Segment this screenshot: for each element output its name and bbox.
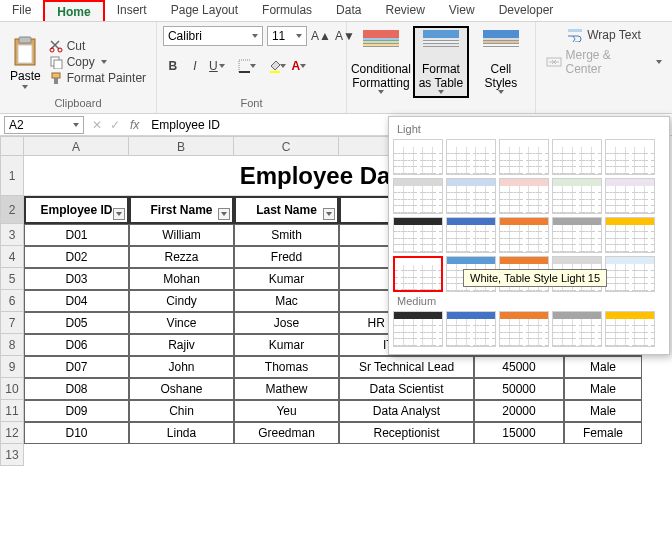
data-cell[interactable]: D07 (24, 356, 129, 378)
bold-button[interactable]: B (163, 56, 183, 76)
select-all-corner[interactable] (0, 136, 24, 156)
table-style-thumb[interactable] (552, 217, 602, 253)
table-style-thumb[interactable] (605, 178, 655, 214)
paste-button[interactable]: Paste (6, 33, 45, 91)
data-cell[interactable]: Cindy (129, 290, 234, 312)
data-cell[interactable]: Linda (129, 422, 234, 444)
tab-review[interactable]: Review (373, 0, 436, 21)
data-cell[interactable]: William (129, 224, 234, 246)
row-header-6[interactable]: 6 (0, 290, 24, 312)
data-cell[interactable]: Sr Technical Lead (339, 356, 474, 378)
table-style-thumb[interactable] (393, 217, 443, 253)
table-style-thumb[interactable] (499, 217, 549, 253)
table-style-thumb[interactable] (446, 178, 496, 214)
data-cell[interactable]: Male (564, 356, 642, 378)
data-cell[interactable]: Rajiv (129, 334, 234, 356)
header-cell[interactable]: Employee ID (24, 196, 129, 224)
data-cell[interactable]: Male (564, 400, 642, 422)
row-header-13[interactable]: 13 (0, 444, 24, 466)
data-cell[interactable]: Chin (129, 400, 234, 422)
data-cell[interactable]: Yeu (234, 400, 339, 422)
data-cell[interactable]: Greedman (234, 422, 339, 444)
tab-file[interactable]: File (0, 0, 43, 21)
table-style-thumb[interactable] (552, 139, 602, 175)
data-cell[interactable]: D06 (24, 334, 129, 356)
data-cell[interactable]: Mohan (129, 268, 234, 290)
data-cell[interactable]: Oshane (129, 378, 234, 400)
row-header-7[interactable]: 7 (0, 312, 24, 334)
data-cell[interactable]: D08 (24, 378, 129, 400)
merge-center-button[interactable]: Merge & Center (542, 46, 666, 78)
table-style-thumb[interactable] (552, 178, 602, 214)
data-cell[interactable]: Smith (234, 224, 339, 246)
column-header-C[interactable]: C (234, 136, 339, 156)
underline-button[interactable]: U (207, 56, 227, 76)
row-header-4[interactable]: 4 (0, 246, 24, 268)
row-header-1[interactable]: 1 (0, 156, 24, 196)
data-cell[interactable]: Kumar (234, 334, 339, 356)
data-cell[interactable]: 50000 (474, 378, 564, 400)
table-style-thumb[interactable] (552, 311, 602, 347)
table-style-thumb[interactable] (446, 311, 496, 347)
font-size-select[interactable]: 11 (267, 26, 307, 46)
data-cell[interactable]: D01 (24, 224, 129, 246)
data-cell[interactable]: Male (564, 378, 642, 400)
tab-home[interactable]: Home (43, 0, 104, 21)
border-button[interactable] (237, 56, 257, 76)
cut-button[interactable]: Cut (49, 39, 146, 53)
data-cell[interactable]: D05 (24, 312, 129, 334)
header-cell[interactable]: First Name (129, 196, 234, 224)
data-cell[interactable]: D03 (24, 268, 129, 290)
format-as-table-button[interactable]: Format as Table (413, 26, 469, 98)
table-style-thumb[interactable] (605, 311, 655, 347)
filter-dropdown-icon[interactable] (323, 208, 335, 220)
tab-insert[interactable]: Insert (105, 0, 159, 21)
data-cell[interactable]: Receptionist (339, 422, 474, 444)
filter-dropdown-icon[interactable] (218, 208, 230, 220)
copy-button[interactable]: Copy (49, 55, 146, 69)
column-header-A[interactable]: A (24, 136, 129, 156)
data-cell[interactable]: Kumar (234, 268, 339, 290)
table-style-thumb[interactable] (446, 139, 496, 175)
table-style-thumb[interactable] (393, 311, 443, 347)
table-style-thumb[interactable] (393, 178, 443, 214)
cancel-icon[interactable]: ✕ (92, 118, 102, 132)
table-style-thumb[interactable] (499, 139, 549, 175)
row-header-5[interactable]: 5 (0, 268, 24, 290)
data-cell[interactable]: D04 (24, 290, 129, 312)
increase-font-button[interactable]: A▲ (311, 26, 331, 46)
fill-color-button[interactable] (267, 56, 287, 76)
tab-data[interactable]: Data (324, 0, 373, 21)
row-header-9[interactable]: 9 (0, 356, 24, 378)
data-cell[interactable]: Data Analyst (339, 400, 474, 422)
data-cell[interactable]: 45000 (474, 356, 564, 378)
name-box[interactable]: A2 (4, 116, 84, 134)
data-cell[interactable]: Jose (234, 312, 339, 334)
row-header-2[interactable]: 2 (0, 196, 24, 224)
table-style-thumb[interactable] (499, 178, 549, 214)
italic-button[interactable]: I (185, 56, 205, 76)
row-header-11[interactable]: 11 (0, 400, 24, 422)
tab-view[interactable]: View (437, 0, 487, 21)
data-cell[interactable]: Mathew (234, 378, 339, 400)
data-cell[interactable]: D10 (24, 422, 129, 444)
wrap-text-button[interactable]: Wrap Text (563, 26, 645, 44)
data-cell[interactable]: D09 (24, 400, 129, 422)
data-cell[interactable]: Data Scientist (339, 378, 474, 400)
data-cell[interactable]: Mac (234, 290, 339, 312)
header-cell[interactable]: Last Name (234, 196, 339, 224)
table-style-thumb[interactable] (393, 139, 443, 175)
tab-developer[interactable]: Developer (487, 0, 566, 21)
enter-icon[interactable]: ✓ (110, 118, 120, 132)
column-header-B[interactable]: B (129, 136, 234, 156)
conditional-formatting-button[interactable]: Conditional Formatting (353, 28, 409, 96)
table-style-thumb[interactable] (499, 311, 549, 347)
data-cell[interactable]: 15000 (474, 422, 564, 444)
table-style-thumb[interactable] (446, 217, 496, 253)
tab-page-layout[interactable]: Page Layout (159, 0, 250, 21)
tab-formulas[interactable]: Formulas (250, 0, 324, 21)
table-style-thumb[interactable] (605, 256, 655, 292)
font-name-select[interactable]: Calibri (163, 26, 263, 46)
row-header-3[interactable]: 3 (0, 224, 24, 246)
data-cell[interactable]: Female (564, 422, 642, 444)
